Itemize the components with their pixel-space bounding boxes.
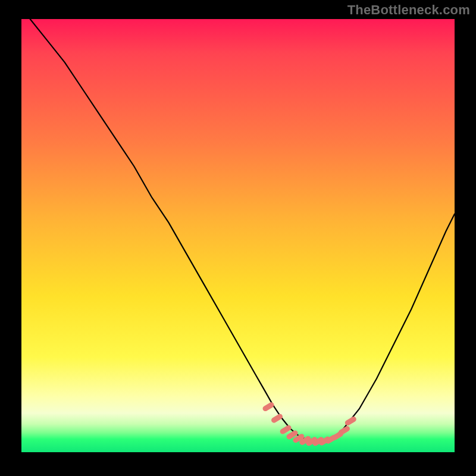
chart-svg	[21, 19, 455, 452]
valley-marker	[347, 419, 353, 423]
bottleneck-curve	[30, 19, 455, 441]
plot-frame	[21, 19, 455, 452]
valley-marker	[289, 433, 295, 437]
valley-marker	[296, 437, 302, 440]
valley-marker	[274, 416, 280, 420]
valley-marker	[283, 428, 289, 431]
watermark-text: TheBottleneck.com	[347, 2, 470, 18]
valley-markers	[265, 405, 353, 443]
valley-marker	[341, 429, 347, 433]
valley-marker	[265, 405, 271, 409]
